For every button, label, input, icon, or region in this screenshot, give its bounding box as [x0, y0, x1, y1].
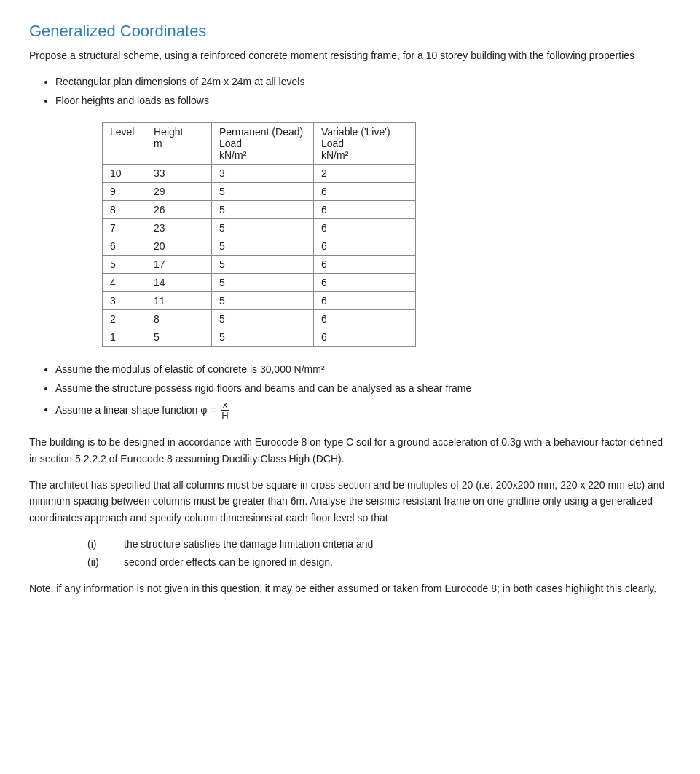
table-row: 41456: [103, 273, 416, 291]
table-body: 1033329295682656723566205651756414563115…: [103, 164, 416, 346]
cell-var: 6: [314, 200, 416, 218]
cell-var: 6: [314, 237, 416, 255]
assumption-3: Assume a linear shape function φ = x H: [55, 400, 671, 422]
floor-loads-table: Level Height m Permanent (Dead) Load kN/…: [102, 122, 416, 347]
sub-items-list: (i) the structure satisfies the damage l…: [29, 536, 671, 570]
cell-level: 3: [103, 291, 146, 309]
table-row: 72356: [103, 218, 416, 237]
paragraph-1: The building is to be designed in accord…: [29, 434, 671, 467]
cell-perm: 5: [212, 273, 314, 291]
table-header-row: Level Height m Permanent (Dead) Load kN/…: [103, 122, 416, 164]
cell-perm: 5: [212, 255, 314, 273]
cell-var: 6: [314, 328, 416, 346]
cell-perm: 5: [212, 309, 314, 328]
cell-level: 10: [103, 164, 146, 182]
cell-var: 2: [314, 164, 416, 182]
table-row: 82656: [103, 200, 416, 218]
cell-level: 1: [103, 328, 146, 346]
cell-height: 20: [146, 237, 212, 255]
cell-height: 26: [146, 200, 212, 218]
page-title: Generalized Coordinates: [29, 22, 671, 41]
col-header-variable: Variable ('Live') Load kN/m²: [314, 122, 416, 164]
col-header-height: Height m: [146, 122, 212, 164]
cell-level: 8: [103, 200, 146, 218]
bullet-list: Rectangular plan dimensions of 24m x 24m…: [29, 74, 671, 109]
phi-formula: x H: [220, 400, 229, 422]
intro-text: Propose a structural scheme, using a rei…: [29, 48, 671, 63]
cell-level: 6: [103, 237, 146, 255]
cell-perm: 5: [212, 200, 314, 218]
cell-height: 29: [146, 182, 212, 200]
assumptions-list: Assume the modulus of elastic of concret…: [29, 361, 671, 421]
col-header-permanent: Permanent (Dead) Load kN/m²: [212, 122, 314, 164]
paragraph-3: Note, if any information is not given in…: [29, 580, 671, 596]
col-header-level: Level: [103, 122, 146, 164]
cell-height: 8: [146, 309, 212, 328]
cell-level: 5: [103, 255, 146, 273]
cell-height: 17: [146, 255, 212, 273]
cell-height: 23: [146, 218, 212, 237]
cell-level: 9: [103, 182, 146, 200]
sub-item-ii: (ii) second order effects can be ignored…: [87, 554, 671, 570]
cell-var: 6: [314, 291, 416, 309]
cell-height: 33: [146, 164, 212, 182]
cell-level: 2: [103, 309, 146, 328]
cell-var: 6: [314, 255, 416, 273]
cell-var: 6: [314, 309, 416, 328]
cell-height: 5: [146, 328, 212, 346]
floor-loads-table-container: Level Height m Permanent (Dead) Load kN/…: [102, 122, 671, 347]
cell-var: 6: [314, 273, 416, 291]
sub-item-i-label: (i): [87, 536, 109, 552]
table-row: 1556: [103, 328, 416, 346]
table-row: 103332: [103, 164, 416, 182]
sub-item-ii-text: second order effects can be ignored in d…: [124, 554, 333, 570]
sub-item-i-text: the structure satisfies the damage limit…: [124, 536, 373, 552]
table-row: 31156: [103, 291, 416, 309]
cell-perm: 5: [212, 218, 314, 237]
bullet-item-2: Floor heights and loads as follows: [55, 92, 671, 108]
cell-height: 11: [146, 291, 212, 309]
table-row: 62056: [103, 237, 416, 255]
cell-perm: 5: [212, 328, 314, 346]
table-row: 92956: [103, 182, 416, 200]
cell-level: 7: [103, 218, 146, 237]
paragraph-2: The architect has specified that all col…: [29, 477, 671, 526]
bullet-item-1: Rectangular plan dimensions of 24m x 24m…: [55, 74, 671, 90]
cell-perm: 3: [212, 164, 314, 182]
cell-perm: 5: [212, 291, 314, 309]
table-row: 51756: [103, 255, 416, 273]
cell-level: 4: [103, 273, 146, 291]
sub-item-ii-label: (ii): [87, 554, 109, 570]
cell-height: 14: [146, 273, 212, 291]
assumption-1: Assume the modulus of elastic of concret…: [55, 361, 671, 377]
cell-perm: 5: [212, 237, 314, 255]
sub-item-i: (i) the structure satisfies the damage l…: [87, 536, 671, 552]
table-row: 2856: [103, 309, 416, 328]
assumption-2: Assume the structure possess rigid floor…: [55, 380, 671, 396]
cell-var: 6: [314, 218, 416, 237]
cell-var: 6: [314, 182, 416, 200]
cell-perm: 5: [212, 182, 314, 200]
